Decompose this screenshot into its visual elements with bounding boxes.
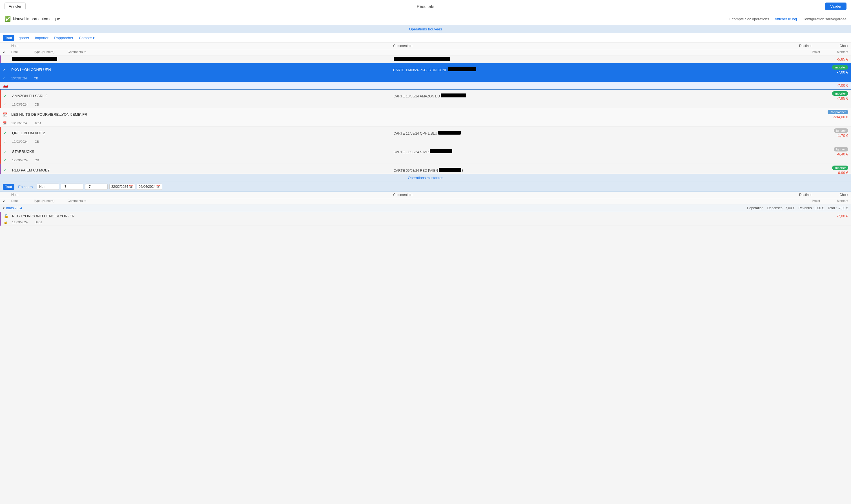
exist-col-destinat: Destinat... [775,193,814,197]
col-commentaire: Commentaire [393,44,775,48]
filter-importer[interactable]: Importer [33,35,51,41]
sub-check: ✓ [4,103,12,106]
car-row: 🚗 -7,00 € [0,82,851,89]
afficher-log-link[interactable]: Afficher le log [775,17,797,21]
date1-input-wrap: 22/02/2024 📅 [109,184,135,190]
sub-montant [820,121,848,125]
sub-date: 13/03/2024 [11,77,34,80]
trouvees-list: -5,85 € ✓ PKG LYON CONFLUEN CARTE 11/03/… [0,55,851,174]
sub-col-type: Type (Numéro) [34,50,68,54]
calendar-icon-1[interactable]: 📅 [129,185,133,188]
sub-col-projet: Projet [792,50,820,54]
table-row: 📅 LES NUITS DE FOURVIERE\LYON 5EME\ FR R… [0,108,851,127]
badge-importer: Importer [832,65,848,70]
sub-projet [792,140,820,144]
valider-button[interactable]: Valider [825,2,847,10]
annuler-button[interactable]: Annuler [4,2,25,10]
table-header-row: Nom Commentaire Destinat... Choix [0,43,851,49]
table-row: ✓ AMAZON EU SARL 2 CARTE 10/03/24 AMAZON… [0,90,851,108]
table-subrow: ✓ 13/03/2024 CB [1,102,851,108]
exist-sub-check: ✓ [3,199,11,203]
sub-montant [820,103,848,106]
row-name: AMAZON EU SARL 2 [12,94,394,98]
filter-nom-input[interactable] [37,184,59,190]
operations-existantes-section: Opérations existantes Tout En cours 22/0… [0,174,851,226]
sub-montant [820,159,848,162]
sub-projet [792,77,820,80]
month-group-mars: ▾ mars 2024 1 opération Dépenses : 7,00 … [0,204,851,226]
table-row: 🔒 PKG LYON CONFLUENCE\LYON\ FR -7,00 € 🔒… [0,212,851,226]
col-destinat: Destinat... [775,44,814,48]
date1-value: 22/02/2024 [111,185,128,188]
exist-subrow: 🔒 11/03/2024 Débit [1,220,851,226]
row-icon: 🔒 [4,214,12,218]
sub-comment [68,220,792,224]
exist-sub-type: Type (Numéro) [34,199,68,203]
table-row: ✓ RED PAIEM CB MOB2 CARTE 09/03/24 RED P… [0,164,851,174]
month-label[interactable]: mars 2024 [6,206,22,210]
collapse-icon[interactable]: ▾ [3,206,4,210]
sub-montant [820,77,848,80]
badge-ignorer: Ignorer [834,147,848,151]
exist-sub-projet: Projet [792,199,820,203]
row-comment [394,57,775,62]
sub-date: 12/03/2024 [12,140,35,144]
row-icon: ✓ [4,94,12,98]
sub-type: Débit [35,220,68,224]
row-amount: -7,00 € [837,214,848,218]
row-icon: ✓ [3,68,11,72]
filter-val1-input[interactable] [61,184,83,190]
exist-filter-tout[interactable]: Tout [3,184,14,190]
date2-input-wrap: 02/04/2024 📅 [137,184,162,190]
row-amount: -7,95 € [814,96,848,101]
filter-tout[interactable]: Tout [3,35,14,41]
row-comment: CARTE 10/03/24 AMAZON EU [394,93,775,98]
section-title-label-2: Opérations existantes [408,176,443,180]
filter-rapprocher[interactable]: Rapprocher [52,35,75,41]
sub-date: 11/03/2024 [12,220,35,224]
table-row: ✓ QPF L.BLUM AUT 2 CARTE 11/03/24 QPF L.… [0,127,851,145]
sub-col-comment: Commentaire [68,50,792,54]
operations-existantes-header: Opérations existantes [0,174,851,182]
row-icon: ✓ [4,149,12,154]
month-stats: 1 opération Dépenses : 7,00 € Revenus : … [746,206,848,210]
sub-type: CB [35,159,68,162]
month-op-count: 1 opération [746,206,763,210]
col-nom: Nom [11,44,393,48]
row-name: STARBUCKS [12,149,394,154]
table-row: -5,85 € [0,55,851,64]
trouvees-filter-bar: Tout Ignorer Importer Rapprocher Compte … [0,33,851,43]
row-name [12,57,394,62]
filter-compte[interactable]: Compte ▾ [77,35,97,41]
import-count: 1 compte / 22 opérations [729,17,769,21]
badge-rapprocher: Rapprocher [828,110,848,114]
sub-icon: 🔒 [4,220,12,224]
sub-date: 13/03/2024 [11,121,34,125]
operations-trouvees-section: Opérations trouvées Tout Ignorer Importe… [0,25,851,174]
operations-trouvees-header: Opérations trouvées [0,25,851,33]
table-subrow: ✓ 12/03/2024 CB [1,139,851,145]
filter-ignorer[interactable]: Ignorer [16,35,32,41]
sub-comment [68,103,792,106]
row-name: RED PAIEM CB MOB2 [12,168,394,172]
sub-type: CB [35,103,68,106]
car-amount: -7,00 € [837,83,848,88]
row-icon: ✓ [4,168,12,172]
sub-date: 12/03/2024 [12,159,35,162]
table-subrow: ✓ 12/03/2024 CB [1,158,851,164]
import-title: Nouvel import automatique [13,17,60,21]
exist-sub-date: Date [11,199,34,203]
exist-table-header-row: Nom Commentaire Destinat... Choix [0,192,851,198]
config-saved: Configuration sauvegardée [802,17,847,21]
exist-col-check [3,193,11,197]
sub-type: CB [34,77,68,80]
col-check [3,44,11,48]
row-comment: CARTE 11/03/24 STAR [394,149,775,154]
sub-col-montant: Montant [820,50,848,54]
exist-filter-en-cours[interactable]: En cours [16,184,35,190]
filter-val2-input[interactable] [85,184,108,190]
calendar-icon-2[interactable]: 📅 [156,185,160,188]
exist-sub-montant: Montant [820,199,848,203]
exist-table-subheader-row: ✓ Date Type (Numéro) Commentaire Projet … [0,198,851,204]
sub-montant [820,220,848,224]
